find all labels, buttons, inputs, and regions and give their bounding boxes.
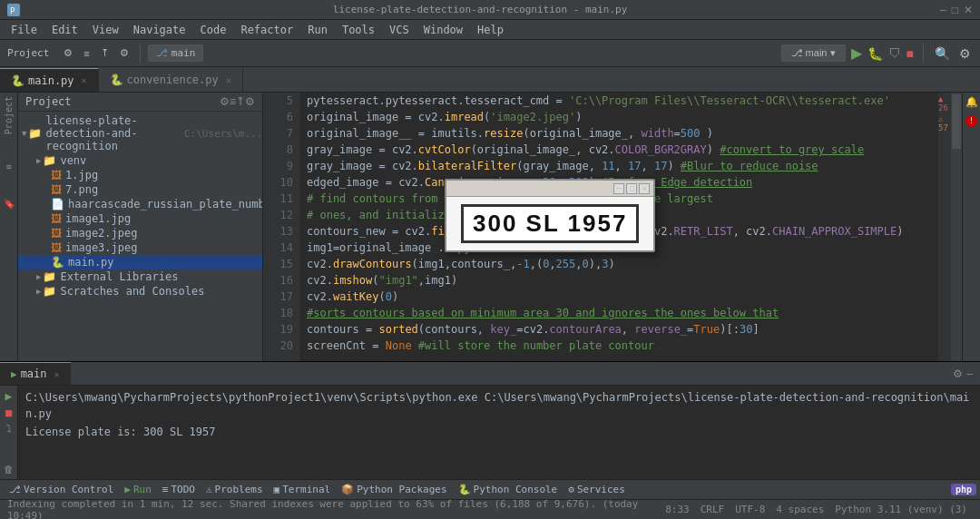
- tree-root-item[interactable]: ▼ 📁 license-plate-detection-and-recognit…: [18, 113, 262, 153]
- run-trash-icon[interactable]: 🗑: [4, 464, 14, 475]
- menu-item-edit[interactable]: Edit: [44, 20, 85, 39]
- run-button[interactable]: ▶: [851, 44, 862, 62]
- settings-toolbar-icon[interactable]: ⚙: [957, 44, 973, 63]
- bottom-btn-todo[interactable]: ≡ TODO: [157, 483, 201, 496]
- root-label: license-plate-detection-and-recognition: [45, 114, 180, 152]
- menu-item-code[interactable]: Code: [193, 20, 234, 39]
- bottom-btn-python-console[interactable]: 🐍 Python Console: [453, 483, 564, 496]
- status-time[interactable]: 8:33: [660, 504, 695, 515]
- bottom-btn-problems[interactable]: ⚠ Problems: [201, 483, 269, 496]
- bottom-btn-services[interactable]: ⚙ Services: [563, 483, 631, 496]
- menu-item-help[interactable]: Help: [470, 20, 511, 39]
- todo-icon: ≡: [162, 484, 169, 495]
- tree-1jpg[interactable]: 🖼 1.jpg: [18, 168, 262, 182]
- tree-venv[interactable]: ▶ 📁 venv: [18, 153, 262, 168]
- status-crlf[interactable]: CRLF: [695, 504, 730, 515]
- error-gutter: ▲ 26 ⚠ 57: [938, 93, 951, 361]
- code-line-15: cv2.drawContours(img1,contours_,-1,(0,25…: [307, 256, 931, 272]
- menu-item-vcs[interactable]: VCS: [382, 20, 416, 39]
- maximize-button[interactable]: □: [952, 4, 958, 16]
- menu-item-file[interactable]: File: [4, 20, 44, 39]
- toolbar-sep2: [923, 44, 924, 63]
- svg-text:P: P: [10, 6, 15, 15]
- minimize-button[interactable]: –: [940, 4, 946, 16]
- run-tab-bar: ▶ main ✕ ⚙ –: [0, 362, 980, 386]
- root-path: C:\Users\m...: [184, 128, 262, 140]
- toolbar-collapse-icon[interactable]: ⤒: [97, 45, 113, 61]
- run-config-button[interactable]: ⎇ main ▾: [781, 44, 846, 62]
- popup-maximize-btn[interactable]: □: [626, 183, 637, 194]
- stop-button[interactable]: ■: [906, 46, 914, 61]
- search-toolbar-icon[interactable]: 🔍: [933, 44, 952, 63]
- venv-label: venv: [60, 154, 86, 167]
- sidebar-bookmarks-icon[interactable]: 🔖: [4, 199, 15, 209]
- tree-scratches[interactable]: ▶ 📁 Scratches and Consoles: [18, 284, 262, 299]
- run-rerun-icon[interactable]: ▶: [5, 389, 13, 403]
- run-stop-icon[interactable]: ■: [5, 406, 12, 419]
- branch-label[interactable]: main: [172, 47, 196, 59]
- tree-external-libs[interactable]: ▶ 📁 External Libraries: [18, 269, 262, 284]
- code-line-19: contours = sorted(contours, key_=cv2.con…: [307, 321, 931, 338]
- tab-convenience-py[interactable]: 🐍 convenience.py ✕: [99, 68, 243, 92]
- status-indent[interactable]: 4 spaces: [770, 504, 829, 515]
- run-tab-close[interactable]: ✕: [54, 369, 60, 379]
- run-output-area[interactable]: C:\Users\mwang\PycharmProjects\pythonPro…: [18, 386, 980, 479]
- venv-chevron-icon: ▶: [36, 156, 41, 165]
- minimap-scrollbar[interactable]: [951, 93, 962, 361]
- menu-item-view[interactable]: View: [85, 20, 126, 39]
- bottom-btn-terminal[interactable]: ▣ Terminal: [269, 483, 337, 496]
- tree-haarcascade[interactable]: 📄 haarcascade_russian_plate_number.xml: [18, 197, 262, 211]
- tree-main-py[interactable]: 🐍 main.py: [18, 255, 262, 269]
- run-settings-button[interactable]: ⚙: [953, 367, 963, 380]
- tab-close-main[interactable]: ✕: [82, 75, 87, 85]
- jpg-icon-img1: 🖼: [51, 212, 62, 225]
- toolbar-list-icon[interactable]: ≡: [80, 46, 93, 61]
- ext-libs-label: External Libraries: [60, 270, 178, 283]
- tree-7png[interactable]: 🖼 7.png: [18, 182, 262, 197]
- coverage-button[interactable]: ⛉: [888, 46, 901, 61]
- popup-minimize-btn[interactable]: –: [613, 183, 624, 194]
- window-title: license-plate-detection-and-recognition …: [20, 4, 940, 15]
- tree-image2[interactable]: 🖼 image2.jpeg: [18, 226, 262, 240]
- tree-image3[interactable]: 🖼 image3.jpeg: [18, 240, 262, 255]
- tree-image1[interactable]: 🖼 image1.jpg: [18, 211, 262, 226]
- tab-close-conv[interactable]: ✕: [226, 75, 231, 85]
- panel-collapse-icon[interactable]: ⤒: [236, 95, 245, 108]
- status-encoding[interactable]: UTF-8: [730, 504, 770, 515]
- menu-item-tools[interactable]: Tools: [335, 20, 382, 39]
- run-minimize-button[interactable]: –: [966, 367, 973, 380]
- debug-button[interactable]: 🐛: [867, 46, 883, 61]
- tab-label-main: main.py: [28, 74, 74, 87]
- run-scroll-icon[interactable]: ⤵: [6, 423, 12, 435]
- tab-main-py[interactable]: 🐍 main.py ✕: [0, 68, 99, 92]
- notifications-icon[interactable]: 🔔: [965, 96, 978, 108]
- panel-gear2-icon[interactable]: ⚙: [245, 95, 255, 108]
- bottom-btn-packages[interactable]: 📦 Python Packages: [336, 483, 452, 496]
- toolbar-settings-icon[interactable]: ⚙: [60, 45, 76, 61]
- toolbar-gear-icon[interactable]: ⚙: [116, 45, 132, 61]
- menu-item-window[interactable]: Window: [416, 20, 470, 39]
- bottom-btn-run[interactable]: ▶ Run: [119, 483, 157, 496]
- image2-label: image2.jpeg: [65, 227, 137, 240]
- menu-item-run[interactable]: Run: [300, 20, 335, 39]
- code-line-16: cv2.imshow("img1",img1): [307, 272, 931, 289]
- error-warning-badge: ▲ 26: [938, 94, 951, 113]
- status-python-version[interactable]: Python 3.11 (venv) (3): [829, 504, 973, 515]
- python-console-label: Python Console: [474, 484, 558, 495]
- sidebar-project-icon[interactable]: Project: [4, 96, 14, 134]
- bottom-btn-vcs[interactable]: ⎇ Version Control: [4, 483, 119, 496]
- close-button[interactable]: ✕: [964, 4, 973, 16]
- panel-list-icon[interactable]: ≡: [230, 95, 236, 108]
- code-line-8: gray_image = cv2.cvtColor(original_image…: [307, 142, 931, 158]
- menu-item-navigate[interactable]: Navigate: [126, 20, 193, 39]
- menu-item-refactor[interactable]: Refactor: [233, 20, 300, 39]
- run-tab-active[interactable]: ▶ main ✕: [0, 362, 71, 385]
- popup-close-btn[interactable]: ✕: [639, 183, 650, 194]
- panel-settings-icon[interactable]: ⚙: [220, 95, 230, 108]
- jpg-icon-img3: 🖼: [51, 241, 62, 254]
- scratch-chevron-icon: ▶: [36, 287, 41, 296]
- sidebar-structure-icon[interactable]: ≡: [5, 162, 11, 171]
- left-sidebar-icons: Project ≡ 🔖: [0, 93, 18, 361]
- status-bar: Indexing completed in 1 min, 12 sec. Sha…: [0, 499, 980, 519]
- terminal-icon: ▣: [274, 484, 280, 495]
